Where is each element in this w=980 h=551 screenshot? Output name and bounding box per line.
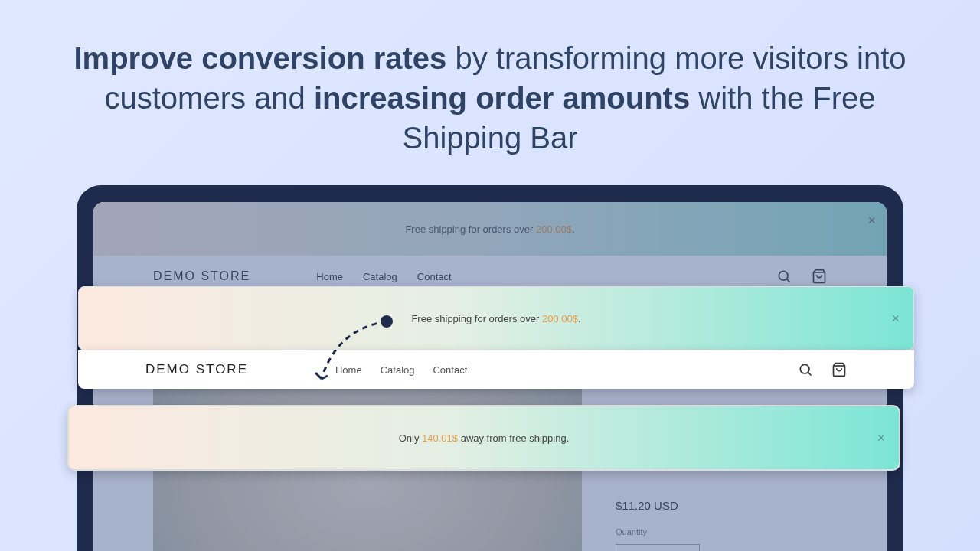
product-price: $11.20 USD: [616, 499, 700, 512]
headline-bold-1: Improve conversion rates: [74, 41, 446, 75]
svg-point-3: [800, 364, 809, 373]
cart-icon[interactable]: [812, 269, 827, 284]
search-icon[interactable]: [776, 269, 792, 284]
nav-catalog[interactable]: Catalog: [363, 271, 397, 282]
svg-line-1: [786, 279, 789, 282]
search-icon[interactable]: [798, 362, 813, 377]
bg-banner-amount: 200.00$: [536, 223, 572, 235]
svg-line-4: [808, 372, 811, 375]
nav-contact[interactable]: Contact: [417, 271, 452, 282]
arrow-start-dot: [381, 315, 393, 328]
overlay-navbar: DEMO STORE Home Catalog Contact: [78, 350, 914, 389]
quantity-stepper: − 1 +: [616, 544, 700, 551]
store-logo[interactable]: DEMO STORE: [145, 362, 248, 377]
headline-bold-2: increasing order amounts: [314, 81, 690, 115]
nav-contact[interactable]: Contact: [433, 364, 467, 376]
cart-icon[interactable]: [831, 362, 847, 377]
close-icon[interactable]: ×: [877, 430, 885, 446]
nav-home[interactable]: Home: [316, 271, 343, 282]
headline: Improve conversion rates by transforming…: [0, 0, 980, 181]
shipping-bar-initial: Free shipping for orders over 200.00$. ×: [78, 286, 914, 350]
background-shipping-banner: Free shipping for orders over 200.00$. ×: [93, 202, 887, 256]
bg-banner-text: Free shipping for orders over 200.00$.: [405, 223, 574, 235]
svg-point-0: [779, 271, 788, 280]
nav-catalog[interactable]: Catalog: [381, 364, 415, 376]
close-icon[interactable]: ×: [867, 213, 876, 229]
shipping-bar-progress-text: Only 140.01$ away from free shipping.: [399, 432, 570, 444]
shipping-bar-initial-amount: 200.00$: [542, 313, 578, 324]
shipping-bar-initial-text: Free shipping for orders over 200.00$.: [411, 313, 580, 324]
close-icon[interactable]: ×: [891, 311, 900, 327]
store-logo[interactable]: DEMO STORE: [153, 269, 250, 283]
nav-home[interactable]: Home: [335, 364, 362, 376]
shipping-bar-progress: Only 140.01$ away from free shipping. ×: [67, 405, 900, 471]
shipping-bar-progress-amount: 140.01$: [422, 432, 458, 444]
quantity-label: Quantity: [616, 527, 700, 536]
